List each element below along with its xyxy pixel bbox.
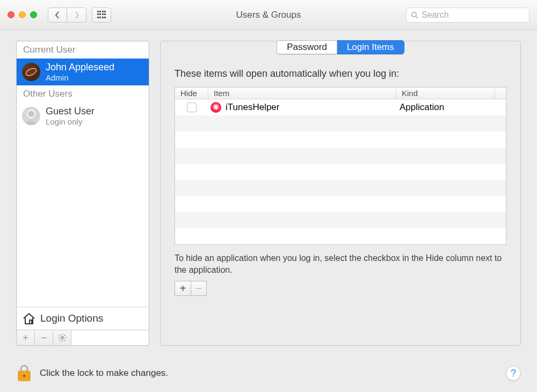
user-text: Guest User Login only <box>46 106 95 126</box>
table-row-empty <box>175 196 506 212</box>
user-role: Admin <box>46 73 114 82</box>
user-role: Login only <box>46 117 95 126</box>
svg-line-11 <box>64 335 65 336</box>
show-all-button[interactable] <box>92 8 111 23</box>
svg-line-9 <box>59 335 60 336</box>
spacer <box>17 129 149 307</box>
search-input[interactable]: Search <box>406 8 529 23</box>
traffic-lights <box>8 11 37 18</box>
minus-icon: − <box>41 332 47 344</box>
minus-icon: − <box>195 282 202 295</box>
svg-rect-3 <box>30 320 32 324</box>
segmented-control: Password Login Items <box>161 40 520 54</box>
user-actions-button[interactable] <box>53 330 71 345</box>
remove-login-item-button[interactable]: − <box>191 281 207 296</box>
window-title: Users & Groups <box>236 10 301 20</box>
table-row-empty <box>175 180 506 196</box>
column-tail <box>495 88 506 99</box>
column-kind[interactable]: Kind <box>396 88 495 99</box>
avatar <box>22 107 40 125</box>
chevron-right-icon <box>74 11 79 19</box>
table-row-empty <box>175 148 506 164</box>
gear-icon <box>58 333 67 342</box>
panel-body: These items will open automatically when… <box>161 54 520 304</box>
content: Current User John Appleseed Admin Other … <box>0 30 537 357</box>
login-options-button[interactable]: Login Options <box>17 307 149 330</box>
plus-icon: + <box>23 332 28 344</box>
item-name: iTunesHelper <box>226 102 279 113</box>
add-login-item-button[interactable]: + <box>175 281 191 296</box>
question-icon: ? <box>511 368 516 379</box>
svg-point-4 <box>61 337 63 339</box>
table-header: Hide Item Kind <box>175 88 506 99</box>
svg-point-17 <box>23 375 25 377</box>
login-items-table: Hide Item Kind ♫ iTunesHelper Applicatio… <box>175 87 506 245</box>
login-items-description: These items will open automatically when… <box>175 68 506 79</box>
login-items-hint: To hide an application when you log in, … <box>175 252 506 275</box>
avatar <box>22 63 40 81</box>
add-user-button[interactable]: + <box>17 330 35 345</box>
user-name: Guest User <box>46 106 95 117</box>
remove-user-button[interactable]: − <box>35 330 53 345</box>
user-text: John Appleseed Admin <box>46 62 114 82</box>
other-users-label: Other Users <box>17 85 149 103</box>
table-row-empty <box>175 212 506 228</box>
titlebar: Users & Groups Search <box>0 0 537 30</box>
itunes-icon: ♫ <box>211 102 221 113</box>
hide-checkbox[interactable] <box>187 103 197 112</box>
forward-button[interactable] <box>67 8 86 23</box>
svg-line-12 <box>59 340 60 341</box>
table-row-empty <box>175 164 506 180</box>
back-button[interactable] <box>48 8 67 23</box>
footer: Click the lock to make changes. ? <box>0 357 537 392</box>
tab-password-label: Password <box>287 42 327 53</box>
chevron-left-icon <box>55 11 60 19</box>
grid-icon <box>97 11 106 19</box>
cell-hide <box>175 103 208 112</box>
table-row[interactable]: ♫ iTunesHelper Application <box>175 99 506 115</box>
table-row-empty <box>175 228 506 244</box>
search-icon <box>411 11 418 19</box>
svg-line-1 <box>416 16 418 18</box>
zoom-window-button[interactable] <box>30 11 37 18</box>
cell-kind: Application <box>396 102 506 113</box>
minimize-window-button[interactable] <box>19 11 26 18</box>
table-row-empty <box>175 132 506 148</box>
plus-icon: + <box>180 282 186 295</box>
help-button[interactable]: ? <box>506 366 521 381</box>
close-window-button[interactable] <box>8 11 14 18</box>
current-user-label: Current User <box>17 41 149 59</box>
lock-text: Click the lock to make changes. <box>40 368 168 379</box>
sidebar-item-current-user[interactable]: John Appleseed Admin <box>17 59 149 85</box>
nav-buttons <box>48 8 86 23</box>
tab-login-items-label: Login Items <box>347 42 394 53</box>
user-name: John Appleseed <box>46 62 114 73</box>
table-row-empty <box>175 115 506 132</box>
column-item[interactable]: Item <box>208 88 396 99</box>
svg-point-0 <box>412 12 416 16</box>
column-hide[interactable]: Hide <box>175 88 208 99</box>
svg-point-2 <box>28 111 34 117</box>
login-items-plusminus: + − <box>175 281 506 296</box>
search-placeholder: Search <box>422 10 449 20</box>
tab-password[interactable]: Password <box>277 40 337 54</box>
lock-icon[interactable] <box>16 364 32 383</box>
tab-login-items[interactable]: Login Items <box>337 40 404 54</box>
house-icon <box>22 311 36 325</box>
cell-item: ♫ iTunesHelper <box>208 102 396 113</box>
sidebar-item-guest-user[interactable]: Guest User Login only <box>17 103 149 129</box>
users-sidebar: Current User John Appleseed Admin Other … <box>16 41 149 346</box>
sidebar-action-bar: + − <box>17 330 149 345</box>
login-options-label: Login Options <box>40 313 103 324</box>
svg-line-10 <box>64 340 65 341</box>
right-panel: Password Login Items These items will op… <box>160 41 521 346</box>
